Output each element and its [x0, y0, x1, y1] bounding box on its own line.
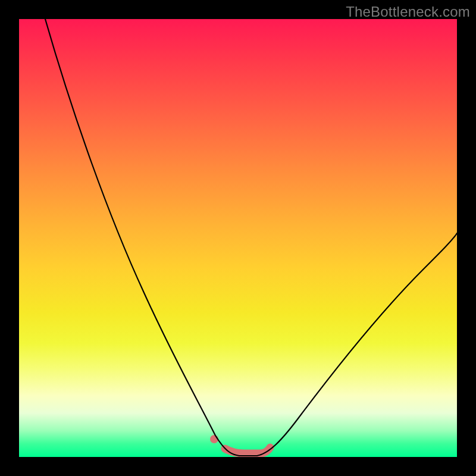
curve-left-branch	[45, 19, 239, 456]
valley-highlight	[225, 447, 270, 453]
chart-frame: TheBottleneck.com	[0, 0, 476, 476]
plot-area	[19, 19, 457, 457]
curve-right-branch	[257, 233, 457, 456]
curve-svg	[19, 19, 457, 457]
watermark-text: TheBottleneck.com	[346, 4, 470, 20]
